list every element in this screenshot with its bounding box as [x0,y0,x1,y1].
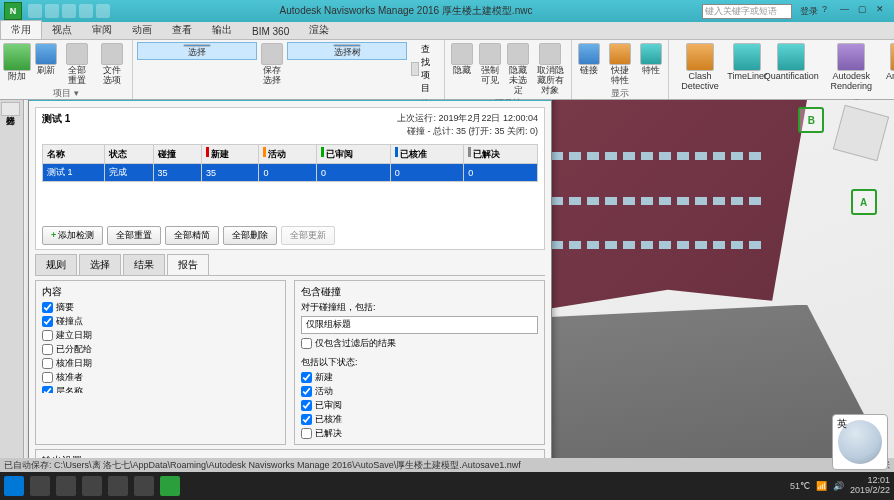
group-project-label: 项目 ▾ [4,87,128,100]
tab-viewpoint[interactable]: 视点 [42,21,82,39]
qat-new-icon[interactable] [28,4,42,18]
tray-temp[interactable]: 51℃ [790,481,810,491]
quantification-button[interactable]: Quantification [767,42,815,83]
tray-date[interactable]: 2019/2/22 [850,486,890,496]
reset-all-button[interactable]: 全部重置 [107,226,161,245]
viewcube[interactable] [833,105,889,161]
tab-view[interactable]: 查看 [162,21,202,39]
unhide-all-button[interactable]: 取消隐藏所有对象 [533,42,567,97]
quick-access-toolbar[interactable] [28,4,110,18]
tray-sound-icon[interactable]: 🔊 [833,481,844,491]
workspace: 选择树 B A Clash Detective ✕ 测试 1 [0,100,894,472]
tray-wifi-icon[interactable]: 📶 [816,481,827,491]
status-checkbox[interactable] [301,428,312,439]
status-checkbox[interactable] [301,386,312,397]
left-dock: 选择树 [0,100,24,472]
tab-animation[interactable]: 动画 [122,21,162,39]
properties-button[interactable]: 特性 [638,42,664,77]
group-display-label: 显示 [576,87,664,100]
content-checkbox[interactable] [42,386,53,393]
qat-save-icon[interactable] [62,4,76,18]
autosave-path: 已自动保存: C:\Users\离 洛七七\AppData\Roaming\Au… [4,459,521,472]
tab-review[interactable]: 审阅 [82,21,122,39]
ime-avatar[interactable]: 英 [832,414,888,470]
login-link[interactable]: 登录 [800,5,818,18]
status-checkbox[interactable] [301,400,312,411]
qat-undo-icon[interactable] [79,4,93,18]
animator-button[interactable]: Animator [887,42,894,83]
windows-taskbar[interactable]: 51℃ 📶 🔊 12:01 2019/2/22 [0,472,894,500]
clash-detective-button[interactable]: Clash Detective [673,42,727,93]
content-checkbox[interactable] [42,316,53,327]
selection-tree-tab[interactable]: 选择树 [1,102,20,116]
help-search-input[interactable]: 键入关键字或短语 [702,4,792,19]
app-logo: N [4,2,22,20]
task-app-icon[interactable] [108,476,128,496]
qat-redo-icon[interactable] [96,4,110,18]
table-row[interactable]: 测试 1完成 3535 00 00 [43,164,538,182]
task-browser-icon[interactable] [56,476,76,496]
quick-props-button[interactable]: 快捷特性 [604,42,636,87]
update-all-button[interactable]: 全部更新 [281,226,335,245]
hide-button[interactable]: 隐藏 [449,42,475,77]
timeliner-button[interactable]: TimeLiner [729,42,765,83]
select-button[interactable]: 选择 [137,42,257,60]
subtab-results[interactable]: 结果 [123,254,165,275]
content-checkbox[interactable] [42,344,53,355]
rendering-button[interactable]: Autodesk Rendering [817,42,885,93]
status-checklist: 新建活动已审阅已核准已解决 [301,371,538,440]
statusbar: 已自动保存: C:\Users\离 洛七七\AppData\Roaming\Au… [0,458,894,472]
tab-home[interactable]: 常用 [0,20,42,39]
find-items-button[interactable]: 查找项目 [409,42,440,96]
ribbon-tabstrip: 常用 视点 审阅 动画 查看 输出 BIM 360 渲染 [0,22,894,40]
delete-all-button[interactable]: 全部删除 [223,226,277,245]
select-tree-button[interactable]: 选择树 [287,42,407,60]
reset-all-button[interactable]: 全部重置 [61,42,94,87]
content-checkbox[interactable] [42,358,53,369]
subtab-select[interactable]: 选择 [79,254,121,275]
content-checkbox[interactable] [42,372,53,383]
clash-detective-panel: Clash Detective ✕ 测试 1 上次运行: 2019年2月22日 … [28,100,552,470]
close-icon[interactable]: ✕ [876,4,890,18]
status-checkbox[interactable] [301,372,312,383]
tab-bim360[interactable]: BIM 360 [242,24,299,39]
task-explorer-icon[interactable] [30,476,50,496]
titlebar: N Autodesk Navisworks Manage 2016 厚生楼土建模… [0,0,894,22]
task-app-icon[interactable] [134,476,154,496]
subtab-report[interactable]: 报告 [167,254,209,275]
test-name: 测试 1 [42,112,70,138]
search-icon [411,62,419,76]
file-options-button[interactable]: 文件选项 [95,42,128,87]
require-button[interactable]: 强制可见 [477,42,503,87]
add-test-button[interactable]: 添加检测 [42,226,103,245]
task-navisworks-icon[interactable] [160,476,180,496]
subtab-rules[interactable]: 规则 [35,254,77,275]
filter-only-checkbox[interactable] [301,338,312,349]
include-group-select[interactable]: 仅限组标题 [301,316,538,334]
3d-viewport[interactable]: B A Clash Detective ✕ 测试 1 上次运行: 2019年2月… [24,100,894,472]
compact-all-button[interactable]: 全部精简 [165,226,219,245]
marker-a[interactable]: A [851,189,877,215]
tab-render[interactable]: 渲染 [299,21,339,39]
content-checklist: 摘要碰撞点建立日期已分配给核准日期核准者层名称项目路径项目 ID [42,301,279,393]
links-button[interactable]: 链接 [576,42,602,77]
start-button[interactable] [4,476,24,496]
refresh-button[interactable]: 刷新 [33,42,59,77]
task-app-icon[interactable] [82,476,102,496]
append-button[interactable]: 附加 [4,42,31,83]
maximize-icon[interactable]: ▢ [858,4,872,18]
tab-output[interactable]: 输出 [202,21,242,39]
qat-open-icon[interactable] [45,4,59,18]
help-icon[interactable]: ? [822,4,836,18]
content-title: 内容 [42,285,279,299]
minimize-icon[interactable]: — [840,4,854,18]
clash-summary: 碰撞 - 总计: 35 (打开: 35 关闭: 0) [397,125,538,138]
clash-tests-table: 名称 状态 碰撞 新建 活动 已审阅 已核准 已解决 测试 1完成 3535 [42,144,538,182]
save-selection-button[interactable]: 保存选择 [259,42,285,87]
status-checkbox[interactable] [301,414,312,425]
window-title: Autodesk Navisworks Manage 2016 厚生楼土建模型.… [110,4,702,18]
hide-unselected-button[interactable]: 隐藏未选定 [505,42,531,97]
marker-b[interactable]: B [798,107,824,133]
content-checkbox[interactable] [42,302,53,313]
content-checkbox[interactable] [42,330,53,341]
